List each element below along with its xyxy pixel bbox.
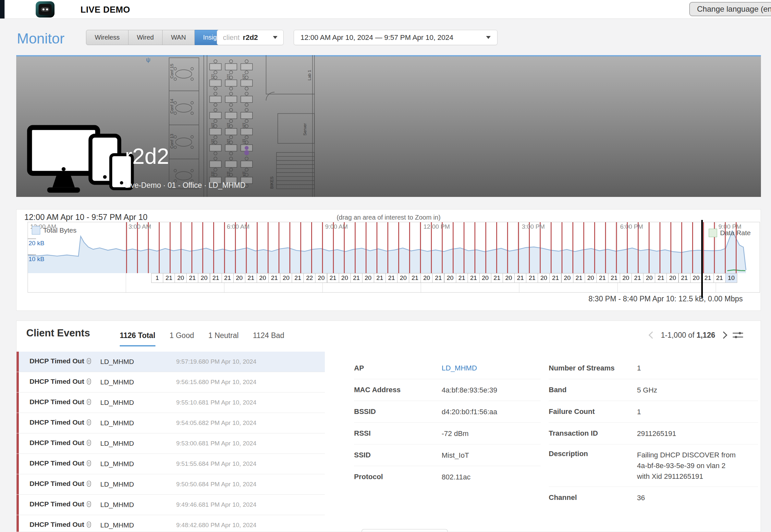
event-count-box[interactable]: 22 <box>303 273 315 283</box>
event-count-box[interactable]: 20 <box>643 273 655 283</box>
event-count-box[interactable]: 20 <box>280 273 292 283</box>
traffic-chart[interactable]: 12:00 AM3:00 AM6:00 AM9:00 AM12:00 PM3:0… <box>28 222 760 293</box>
event-count-box[interactable]: 21 <box>468 273 480 283</box>
view-more-button[interactable] <box>361 529 448 532</box>
event-count-box[interactable]: 21 <box>374 273 386 283</box>
change-language-button[interactable]: Change language (en) <box>689 2 771 16</box>
date-range-selector[interactable]: 12:00 AM Apr 10, 2024 — 9:57 PM Apr 10, … <box>294 30 498 45</box>
svg-text:113: 113 <box>226 171 230 176</box>
event-count-box[interactable]: 20 <box>585 273 597 283</box>
svg-text:115: 115 <box>211 139 214 144</box>
event-filter-good[interactable]: 1 Good <box>170 331 194 345</box>
detail-value: d4:20:b0:f1:56:aa <box>442 406 497 417</box>
event-ap: LD_MHMD <box>100 419 134 427</box>
event-name: DHCP Timed Out <box>30 521 91 528</box>
event-count-box[interactable]: 21 <box>526 273 538 283</box>
client-selector[interactable]: client r2d2 <box>217 30 283 45</box>
event-count-box[interactable]: 20 <box>339 273 351 283</box>
event-row[interactable]: DHCP Timed OutLD_MHMD9:49:46.681 PM Apr … <box>17 495 325 515</box>
event-count-box[interactable]: 21 <box>186 273 198 283</box>
event-count-box[interactable]: 20 <box>690 273 702 283</box>
detail-value: 1 <box>637 406 641 417</box>
x-axis-label: 9:00 AM <box>325 223 348 230</box>
event-count-box[interactable]: 21 <box>163 273 175 283</box>
event-count-box[interactable]: 21 <box>210 273 222 283</box>
event-count-box[interactable]: 21 <box>714 273 726 283</box>
chevron-down-icon <box>486 36 491 39</box>
detail-label: Transaction ID <box>549 429 637 438</box>
detail-row-transaction-id: Transaction ID2911265191 <box>549 422 758 444</box>
tab-wan[interactable]: WAN <box>163 30 195 45</box>
event-row[interactable]: DHCP Timed OutLD_MHMD9:51:55.684 PM Apr … <box>17 454 325 474</box>
event-time: 9:54:05.682 PM Apr 10, 2024 <box>176 419 256 427</box>
event-count-box[interactable]: 20 <box>421 273 433 283</box>
event-count-box[interactable]: 20 <box>397 273 409 283</box>
event-count-box[interactable]: 21 <box>350 273 362 283</box>
event-count-box[interactable]: 21 <box>632 273 644 283</box>
event-count-box[interactable]: 20 <box>444 273 456 283</box>
event-count-box[interactable]: 21 <box>327 273 339 283</box>
event-time: 9:53:00.681 PM Apr 10, 2024 <box>176 440 256 447</box>
event-count-box[interactable]: 21 <box>608 273 620 283</box>
event-filter-neutral[interactable]: 1 Neutral <box>208 331 238 345</box>
event-count-box[interactable]: 20 <box>620 273 632 283</box>
event-count-box[interactable]: 21 <box>573 273 585 283</box>
event-row[interactable]: DHCP Timed OutLD_MHMD9:48:42.680 PM Apr … <box>17 515 325 532</box>
event-count-box[interactable]: 21 <box>268 273 280 283</box>
event-count-box[interactable]: 20 <box>538 273 550 283</box>
event-count-box[interactable]: 21 <box>385 273 398 283</box>
detail-label: Failure Count <box>549 407 637 416</box>
event-count-box[interactable]: 21 <box>292 273 304 283</box>
list-settings-icon[interactable] <box>732 331 744 340</box>
tab-wired[interactable]: Wired <box>128 30 163 45</box>
event-count-box[interactable]: 20 <box>198 273 210 283</box>
x-axis-label: 6:00 PM <box>620 223 643 230</box>
event-count-box[interactable]: 21 <box>432 273 444 283</box>
event-count-box[interactable]: 1 <box>151 273 163 283</box>
event-ap: LD_MHMD <box>100 480 134 488</box>
event-row[interactable]: DHCP Timed OutLD_MHMD9:57:19.680 PM Apr … <box>17 352 325 372</box>
detail-value-link[interactable]: LD_MHMD <box>442 363 477 373</box>
event-count-box[interactable]: 20 <box>175 273 187 283</box>
event-count-box[interactable]: 20 <box>561 273 573 283</box>
event-row[interactable]: DHCP Timed OutLD_MHMD9:50:50.684 PM Apr … <box>17 474 325 495</box>
event-count-box[interactable]: 21 <box>409 273 421 283</box>
event-count-box[interactable]: 21 <box>245 273 257 283</box>
event-count-box[interactable]: 20 <box>479 273 491 283</box>
event-count-box[interactable]: 21 <box>679 273 691 283</box>
event-count-box[interactable]: 21 <box>456 273 468 283</box>
event-row[interactable]: DHCP Timed OutLD_MHMD9:54:05.682 PM Apr … <box>17 413 325 433</box>
event-count-box[interactable]: 20 <box>362 273 374 283</box>
selected-time-line[interactable] <box>701 220 703 298</box>
next-page-icon[interactable] <box>720 332 728 339</box>
event-filter-total[interactable]: 1126 Total <box>120 331 155 346</box>
event-count-box[interactable]: 20 <box>503 273 515 283</box>
event-count-box[interactable]: 20 <box>315 273 327 283</box>
event-count-box[interactable]: 21 <box>222 273 234 283</box>
event-row[interactable]: DHCP Timed OutLD_MHMD9:53:00.681 PM Apr … <box>17 433 325 454</box>
detail-label: Number of Streams <box>549 364 637 372</box>
mist-robot-logo-icon[interactable] <box>36 1 54 18</box>
event-count-box[interactable]: 20 <box>667 273 679 283</box>
svg-text:120: 120 <box>242 123 246 128</box>
event-filter-bad[interactable]: 1124 Bad <box>253 331 284 345</box>
event-count-box[interactable]: 21 <box>702 273 714 283</box>
org-name: LIVE DEMO <box>80 5 130 15</box>
prev-page-icon[interactable] <box>649 332 656 339</box>
detail-label: MAC Address <box>354 386 442 394</box>
event-count-box[interactable]: 10 <box>725 273 737 283</box>
tab-wireless[interactable]: Wireless <box>86 30 128 45</box>
event-row[interactable]: DHCP Timed OutLD_MHMD9:56:15.680 PM Apr … <box>17 372 325 393</box>
event-count-box[interactable]: 21 <box>514 273 526 283</box>
event-count-box[interactable]: 21 <box>491 273 503 283</box>
event-row[interactable]: DHCP Timed OutLD_MHMD9:55:10.681 PM Apr … <box>17 393 325 413</box>
event-count-box[interactable]: 21 <box>549 273 561 283</box>
svg-text:118: 118 <box>211 123 214 128</box>
event-name: DHCP Timed Out <box>30 398 91 406</box>
detail-row-protocol: Protocol802.11ac <box>354 466 541 488</box>
event-count-box[interactable]: 21 <box>655 273 667 283</box>
event-count-box[interactable]: 20 <box>233 273 245 283</box>
event-count-box[interactable]: 21 <box>596 273 608 283</box>
event-count-box[interactable]: 20 <box>257 273 269 283</box>
event-ap: LD_MHMD <box>100 460 134 468</box>
